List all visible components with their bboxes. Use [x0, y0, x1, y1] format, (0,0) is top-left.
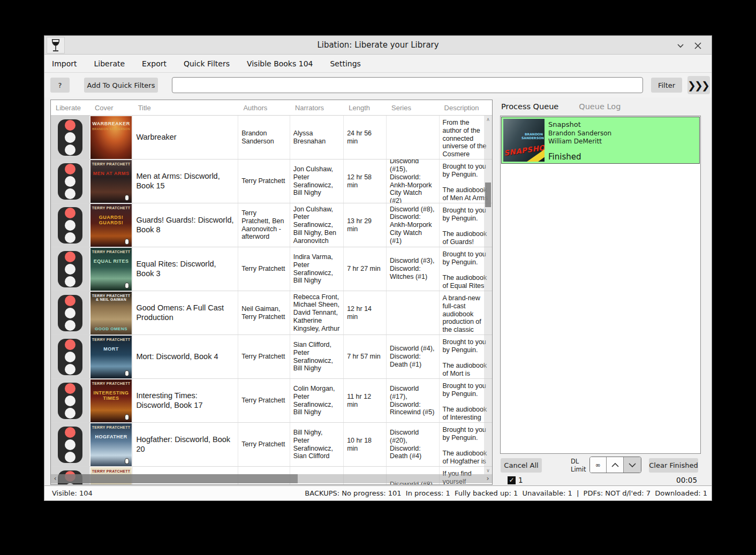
close-button[interactable] [691, 39, 704, 52]
dl-limit-decrease-button[interactable] [624, 457, 641, 473]
liberate-traffic-light-button[interactable] [58, 119, 82, 156]
narrators-cell: Rebecca Front, Michael Sheen, David Tenn… [290, 291, 344, 334]
white-lamp [65, 396, 75, 406]
white-lamp [65, 264, 75, 275]
series-cell: Discworld (#20), Discworld: Death (#4) [387, 423, 440, 466]
penguin-logo [125, 414, 129, 420]
col-header-length[interactable]: Length [344, 100, 387, 115]
dl-limit-increase-button[interactable] [607, 457, 624, 473]
queue-item-finished[interactable]: BRANDON SANDERSON SNAPSHOT Snapshot Bran… [501, 117, 700, 164]
book-cover-image: TERRY PRATCHETTMEN AT ARMS [90, 160, 132, 203]
length-cell: 11 hr 12 min [344, 379, 387, 422]
series-cell: Discworld (#15), Discworld: Ankh-Morpork… [387, 159, 440, 203]
narrators-cell: Sian Clifford, Peter Serafinowicz, Bill … [290, 335, 344, 378]
tab-process-queue[interactable]: Process Queue [501, 102, 558, 111]
liberate-traffic-light-button[interactable] [58, 427, 82, 463]
white-lamp [65, 352, 75, 362]
series-cell: Discworld (#17), Discworld: Rincewind (#… [387, 379, 440, 422]
queue-count-value: 1 [518, 476, 523, 484]
table-row[interactable]: TERRY PRATCHETTEQUAL RITESEqual Rites: D… [51, 247, 492, 291]
cancel-all-button[interactable]: Cancel All [501, 458, 542, 473]
cover-author-text: TERRY PRATCHETT [92, 382, 131, 385]
queue-item-cover-image: BRANDON SANDERSON SNAPSHOT [503, 119, 545, 162]
liberate-traffic-light-button[interactable] [58, 207, 82, 244]
table-row[interactable]: TERRY PRATCHETTINTERESTING TIMESInterest… [51, 379, 492, 423]
cover-title-text: MEN AT ARMS [93, 171, 130, 177]
fast-forward-chevrons-icon[interactable]: ❯❯❯ [687, 76, 710, 94]
col-header-liberate[interactable]: Liberate [51, 100, 90, 115]
table-row[interactable]: TERRY PRATCHETTHOGFATHERHogfather: Discw… [51, 423, 492, 467]
book-cover-image: TERRY PRATCHETT & NEIL GAIMANGOOD OMENS [90, 292, 132, 334]
clear-finished-button[interactable]: Clear Finished [649, 458, 698, 473]
scroll-left-icon[interactable]: ‹ [51, 474, 59, 483]
liberate-cell [51, 423, 90, 466]
scroll-right-icon[interactable]: › [483, 474, 492, 483]
liberate-traffic-light-button[interactable] [58, 339, 82, 375]
white-lamp [65, 132, 75, 143]
vertical-scrollbar[interactable]: ∧ ∨ [484, 116, 492, 474]
col-header-series[interactable]: Series [387, 100, 439, 115]
filter-button[interactable]: Filter [651, 78, 682, 93]
table-row[interactable]: TERRY PRATCHETTMORTMort: Discworld, Book… [51, 335, 492, 379]
filter-search-input[interactable] [172, 77, 643, 93]
table-row[interactable]: WARBREAKERBRANDON SANDERSONWarbreakerBra… [51, 116, 492, 159]
scroll-up-icon[interactable]: ∧ [484, 116, 492, 123]
vertical-scrollbar-thumb[interactable] [485, 183, 491, 207]
queue-item-author: Brandon Sanderson [548, 130, 697, 138]
add-to-quick-filters-button[interactable]: Add To Quick Filters [84, 78, 158, 93]
white-lamp [65, 276, 75, 287]
menu-settings[interactable]: Settings [330, 59, 360, 68]
table-row[interactable]: TERRY PRATCHETT & NEIL GAIMANGOOD OMENSG… [51, 291, 492, 335]
liberate-cell [51, 159, 90, 203]
white-lamp [65, 145, 75, 155]
menu-visible-books[interactable]: Visible Books 104 [247, 59, 313, 68]
queue-tabs: Process Queue Queue Log [501, 102, 621, 111]
table-row[interactable]: TERRY PRATCHETTMEN AT ARMSMen at Arms: D… [51, 159, 492, 203]
cover-author-text: TERRY PRATCHETT [92, 162, 131, 166]
authors-cell: Brandon Sanderson [238, 116, 290, 159]
red-lamp [65, 427, 75, 438]
liberate-cell [51, 335, 90, 378]
window-title: Libation: Liberate your Library [44, 36, 712, 55]
tab-queue-log[interactable]: Queue Log [579, 102, 621, 111]
cover-title-text: WARBREAKER [92, 121, 130, 127]
liberate-traffic-light-button[interactable] [58, 295, 82, 331]
menu-import[interactable]: Import [52, 59, 77, 68]
queue-item-narrator: William DeMeritt [548, 138, 697, 146]
white-lamp [65, 232, 75, 243]
narrators-cell: Indira Varma, Peter Serafinowicz, Bill N… [290, 247, 344, 291]
title-bar[interactable]: Libation: Liberate your Library [44, 36, 712, 55]
liberate-traffic-light-button[interactable] [58, 251, 82, 287]
penguin-logo [125, 195, 129, 201]
queue-elapsed-time: 00:05 [676, 476, 697, 484]
liberate-cell [51, 291, 90, 334]
liberate-cell [51, 379, 90, 422]
queue-count-checkbox[interactable]: ✓ [508, 476, 516, 484]
col-header-description[interactable]: Description [440, 100, 492, 115]
help-button[interactable]: ? [50, 78, 70, 93]
red-lamp [65, 164, 75, 174]
scroll-down-icon[interactable]: ∨ [484, 467, 492, 474]
authors-cell: Terry Pratchett [238, 379, 290, 422]
white-lamp [65, 408, 75, 419]
menu-quick-filters[interactable]: Quick Filters [184, 59, 230, 68]
col-header-title[interactable]: Title [133, 100, 239, 115]
horizontal-scrollbar[interactable]: ‹ › [51, 474, 492, 483]
liberate-traffic-light-button[interactable] [58, 383, 82, 419]
white-lamp [65, 439, 75, 450]
narrators-cell: Bill Nighy, Peter Serafinowicz, Sian Cli… [290, 423, 344, 466]
col-header-cover[interactable]: Cover [90, 100, 133, 115]
table-row[interactable]: TERRY PRATCHETTGUARDS! GUARDS!Guards! Gu… [51, 203, 492, 247]
horizontal-scrollbar-thumb[interactable] [59, 474, 298, 483]
red-lamp [65, 120, 75, 131]
liberate-traffic-light-button[interactable] [58, 163, 82, 200]
visible-count-status: Visible: 104 [52, 489, 93, 497]
menu-export[interactable]: Export [142, 59, 167, 68]
cover-title-text: GUARDS! GUARDS! [90, 215, 132, 226]
chevron-down-icon [676, 41, 685, 50]
col-header-authors[interactable]: Authors [238, 100, 290, 115]
minimize-button[interactable] [674, 39, 687, 52]
col-header-narrators[interactable]: Narrators [290, 100, 344, 115]
libation-window: Libation: Liberate your Library Import L… [44, 35, 712, 501]
menu-liberate[interactable]: Liberate [94, 59, 125, 68]
